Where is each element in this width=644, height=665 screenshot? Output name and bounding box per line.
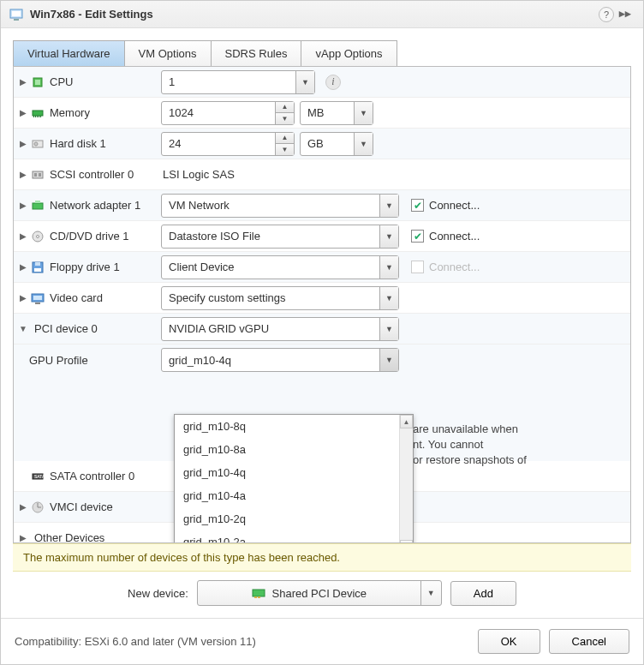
gpu-profile-label: GPU Profile bbox=[29, 354, 88, 367]
network-adapter-1-select[interactable]: VM Network ▼ bbox=[161, 194, 399, 218]
dropdown-scrollbar[interactable]: ▲ ▼ bbox=[399, 415, 413, 543]
chevron-down-icon: ▼ bbox=[379, 195, 398, 217]
svg-rect-14 bbox=[34, 173, 37, 177]
svg-rect-9 bbox=[39, 116, 39, 117]
expand-icon[interactable]: ▶ bbox=[19, 108, 27, 117]
cpu-select[interactable]: 1 ▼ bbox=[161, 70, 315, 94]
expand-icon[interactable]: ▶ bbox=[19, 262, 27, 272]
content-area: Virtual Hardware VM Options SDRS Rules v… bbox=[1, 28, 643, 618]
network-adapter-1-value: VM Network bbox=[162, 195, 379, 217]
cpu-icon bbox=[31, 75, 45, 89]
hard-disk-1-unit: GB bbox=[301, 133, 354, 155]
gpu-profile-dropdown: grid_m10-8q grid_m10-8a grid_m10-4q grid… bbox=[174, 414, 414, 543]
spinner-down-icon[interactable]: ▼ bbox=[276, 144, 294, 155]
hard-disk-1-label: Hard disk 1 bbox=[50, 137, 106, 150]
memory-spinner[interactable]: 1024 ▲▼ bbox=[161, 101, 295, 125]
ok-button[interactable]: OK bbox=[478, 629, 540, 654]
titlebar: Win7x86 - Edit Settings ? ▸▸ bbox=[1, 1, 643, 28]
gpu-profile-option[interactable]: grid_m10-8a bbox=[175, 438, 413, 461]
vmci-device-label: VMCI device bbox=[50, 500, 113, 513]
cd-dvd-icon bbox=[31, 230, 45, 243]
svg-rect-24 bbox=[33, 296, 42, 300]
expand-icon[interactable]: ▶ bbox=[19, 293, 27, 303]
expand-icon[interactable]: ▶ bbox=[19, 533, 27, 542]
svg-point-12 bbox=[34, 142, 38, 146]
svg-rect-31 bbox=[258, 596, 260, 598]
cancel-button[interactable]: Cancel bbox=[549, 629, 629, 654]
new-device-value: Shared PCI Device bbox=[272, 587, 367, 600]
svg-rect-13 bbox=[33, 171, 43, 178]
hard-disk-1-unit-select[interactable]: GB ▼ bbox=[300, 132, 373, 156]
help-button[interactable]: ? bbox=[599, 7, 614, 22]
hard-disk-icon bbox=[31, 137, 45, 151]
chevron-down-icon: ▼ bbox=[295, 71, 314, 93]
svg-text:SATA: SATA bbox=[34, 474, 45, 479]
gpu-profile-select[interactable]: grid_m10-4q ▼ bbox=[161, 348, 399, 372]
svg-rect-21 bbox=[35, 262, 40, 266]
tab-virtual-hardware[interactable]: Virtual Hardware bbox=[13, 40, 125, 66]
svg-rect-25 bbox=[35, 303, 40, 304]
spinner-up-icon[interactable]: ▲ bbox=[276, 133, 294, 145]
collapse-icon[interactable]: ▼ bbox=[19, 324, 27, 333]
hard-disk-1-value: 24 bbox=[162, 133, 275, 155]
expand-icon[interactable]: ▶ bbox=[19, 502, 27, 512]
expand-icon[interactable]: ▶ bbox=[19, 139, 27, 148]
info-icon[interactable]: i bbox=[325, 75, 341, 90]
gpu-profile-option[interactable]: grid_m10-2q bbox=[175, 507, 413, 530]
gpu-profile-option[interactable]: grid_m10-8q bbox=[175, 415, 413, 438]
spinner-up-icon[interactable]: ▲ bbox=[276, 102, 294, 114]
tab-vm-options[interactable]: VM Options bbox=[125, 40, 212, 66]
svg-rect-4 bbox=[35, 80, 40, 85]
svg-rect-17 bbox=[35, 201, 40, 203]
compatibility-text: Compatibility: ESXi 6.0 and later (VM ve… bbox=[15, 635, 469, 648]
svg-rect-7 bbox=[35, 116, 36, 117]
memory-unit-select[interactable]: MB ▼ bbox=[300, 101, 373, 125]
row-floppy-drive-1: ▶ Floppy drive 1 Client Device ▼ bbox=[14, 252, 630, 283]
svg-rect-8 bbox=[37, 116, 38, 117]
pci-device-0-select[interactable]: NVIDIA GRID vGPU ▼ bbox=[161, 317, 399, 341]
other-devices-label: Other Devices bbox=[34, 531, 104, 543]
row-memory: ▶ Memory 1024 ▲▼ MB ▼ bbox=[14, 98, 630, 129]
cd-dvd-drive-1-select[interactable]: Datastore ISO File ▼ bbox=[161, 225, 399, 249]
note-line-1: are unavailable when bbox=[413, 422, 518, 435]
vmci-device-icon bbox=[31, 500, 45, 514]
hardware-panel: ▶ CPU 1 ▼ i bbox=[13, 66, 631, 543]
connect-label: Connect... bbox=[429, 230, 480, 243]
chevron-down-icon: ▼ bbox=[379, 287, 398, 309]
scroll-up-icon[interactable]: ▲ bbox=[400, 415, 413, 428]
memory-icon bbox=[31, 106, 45, 120]
sata-controller-icon: SATA bbox=[31, 470, 45, 483]
tab-vapp-options[interactable]: vApp Options bbox=[301, 40, 397, 66]
new-device-label: New device: bbox=[128, 587, 188, 600]
vm-icon bbox=[9, 8, 23, 21]
gpu-profile-option[interactable]: grid_m10-4q bbox=[175, 461, 413, 484]
memory-label: Memory bbox=[50, 106, 90, 119]
svg-rect-15 bbox=[39, 173, 41, 177]
chevron-down-icon: ▼ bbox=[354, 102, 373, 124]
chevron-down-icon: ▼ bbox=[420, 581, 441, 605]
network-adapter-1-connect-checkbox[interactable]: ✔ bbox=[411, 199, 424, 212]
floppy-drive-1-select[interactable]: Client Device ▼ bbox=[161, 255, 399, 279]
memory-unit: MB bbox=[301, 102, 354, 124]
spinner-down-icon[interactable]: ▼ bbox=[276, 113, 294, 124]
tab-sdrs-rules[interactable]: SDRS Rules bbox=[212, 40, 302, 66]
add-button[interactable]: Add bbox=[450, 581, 516, 606]
new-device-select[interactable]: Shared PCI Device ▼ bbox=[197, 580, 442, 606]
expand-button[interactable]: ▸▸ bbox=[619, 7, 635, 22]
vgpu-note-text: are unavailable when nt. You cannot or r… bbox=[413, 422, 584, 469]
gpu-profile-value: grid_m10-4q bbox=[162, 349, 379, 371]
floppy-drive-1-value: Client Device bbox=[162, 256, 379, 279]
warning-text: The maximum number of devices of this ty… bbox=[23, 551, 340, 564]
gpu-profile-option[interactable]: grid_m10-2a bbox=[175, 530, 413, 543]
tabs: Virtual Hardware VM Options SDRS Rules v… bbox=[13, 40, 631, 66]
svg-rect-10 bbox=[40, 116, 41, 117]
expand-icon[interactable]: ▶ bbox=[19, 77, 27, 87]
hard-disk-1-spinner[interactable]: 24 ▲▼ bbox=[161, 132, 295, 156]
video-card-select[interactable]: Specify custom settings ▼ bbox=[161, 286, 399, 310]
cd-dvd-drive-1-connect-checkbox[interactable]: ✔ bbox=[411, 230, 424, 243]
expand-icon[interactable]: ▶ bbox=[19, 201, 27, 210]
expand-icon[interactable]: ▶ bbox=[19, 170, 27, 179]
pci-device-0-label: PCI device 0 bbox=[34, 322, 98, 335]
gpu-profile-option[interactable]: grid_m10-4a bbox=[175, 484, 413, 507]
expand-icon[interactable]: ▶ bbox=[19, 231, 27, 241]
